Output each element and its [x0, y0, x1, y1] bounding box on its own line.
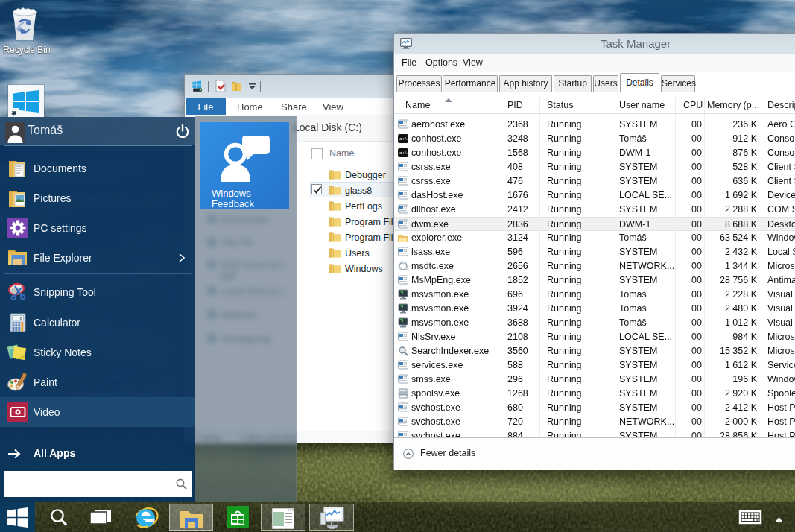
svg-text:c:\: c:\: [399, 151, 408, 156]
svg-text:c:\: c:\: [399, 136, 408, 142]
svg-text:8: 8: [20, 316, 22, 320]
